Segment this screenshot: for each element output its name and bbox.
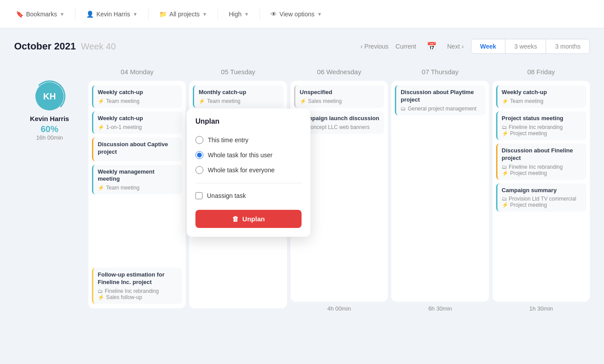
priority-label: High (229, 11, 241, 18)
task-meta: ⚡ 1-on-1 meeting (98, 124, 178, 130)
task-title: Follow-up estimation for Fineline Inc. p… (98, 271, 178, 286)
day-cards-friday: Weekly catch-up ⚡ Team meeting Project s… (493, 81, 590, 302)
current-label: Current (396, 43, 417, 50)
week-label: Week 40 (81, 42, 116, 51)
eye-icon: 👁 (271, 11, 277, 18)
task-meta: ⚡ Team meeting (98, 98, 178, 104)
task-meta: 🗂 Fineline Inc rebranding (98, 288, 178, 294)
radio-this-entry[interactable] (195, 136, 203, 144)
task-meta-text: Team meeting (106, 98, 139, 104)
task-meta: ⚡ Team meeting (199, 98, 279, 104)
next-icon: › (462, 43, 464, 50)
task-card[interactable]: Weekly management meeting ⚡ Team meeting (92, 165, 182, 195)
unplan-popup: Unplan This time entry Whole task for th… (187, 109, 310, 237)
user-btn[interactable]: 👤 Kevin Harris ▼ (81, 7, 143, 21)
task-title: Weekly catch-up (502, 89, 582, 96)
day-cards-thursday: Discussion about Playtime project 🗂 Gene… (391, 81, 489, 302)
day-header-thursday: 07 Thursday (391, 64, 489, 81)
task-meta-2: ⚡ Project meeting (502, 202, 582, 208)
user-name: Kevin Harris (30, 115, 69, 122)
user-percent: 60% (41, 124, 58, 134)
unassign-checkbox[interactable] (195, 192, 203, 199)
task-meta-text: Fineline Inc rebranding (105, 288, 159, 294)
day-header-monday: 04 Monday (88, 64, 186, 81)
page-title: October 2021 Week 40 (14, 41, 116, 52)
task-meta-text: Fineline Inc rebranding (509, 164, 563, 170)
task-card[interactable]: Discussion about Captive project (92, 137, 182, 161)
top-bar: 🔖 Bookmarks ▼ 👤 Kevin Harris ▼ 📁 All pro… (0, 0, 604, 28)
task-card[interactable]: Weekly catch-up ⚡ Team meeting (496, 85, 586, 108)
task-card-followup-monday[interactable]: Follow-up estimation for Fineline Inc. p… (92, 268, 182, 304)
folder-icon: 🗂 (502, 124, 507, 130)
week-view-btn[interactable]: Week (471, 39, 505, 53)
user-label: Kevin Harris (96, 11, 130, 18)
unplan-button[interactable]: 🗑 Unplan (195, 210, 302, 228)
task-meta-text: 1-on-1 meeting (106, 124, 142, 130)
task-card[interactable]: Project status meeting 🗂 Fineline Inc re… (496, 111, 586, 140)
task-meta-text-2: Project meeting (510, 202, 547, 208)
prev-icon: ‹ (360, 43, 363, 50)
task-title: Unspecified (300, 89, 380, 96)
task-card[interactable]: Weekly catch-up ⚡ Team meeting (92, 85, 182, 108)
task-meta-text: Team meeting (510, 98, 543, 104)
task-card[interactable]: Weekly catch-up ⚡ 1-on-1 meeting (92, 111, 182, 134)
task-meta-2: ⚡ Project meeting (502, 170, 582, 176)
task-title: Weekly catch-up (98, 89, 178, 96)
task-meta: ⚡ Sales meeting (300, 98, 380, 104)
task-meta-text: Team meeting (207, 98, 240, 104)
bookmarks-btn[interactable]: 🔖 Bookmarks ▼ (11, 7, 70, 21)
task-meta-text: General project management (408, 106, 476, 112)
previous-btn[interactable]: ‹ Previous (360, 43, 388, 50)
view-options-chevron: ▼ (317, 11, 322, 17)
task-meta-text: Team meeting (106, 185, 139, 191)
task-meta: 🗂 Provision Ltd TV commercial (502, 196, 582, 202)
view-options-btn[interactable]: 👁 View options ▼ (265, 7, 327, 21)
task-card-unspecified[interactable]: Unspecified ⚡ Sales meeting (294, 85, 384, 108)
task-card[interactable]: Campaign summary 🗂 Provision Ltd TV comm… (496, 183, 586, 212)
lightning-icon: ⚡ (502, 130, 508, 136)
folder-icon: 🗂 (502, 164, 507, 170)
radio-option-whole-user[interactable]: Whole task for this user (195, 148, 302, 163)
task-title: Monthly catch-up (199, 89, 279, 96)
bookmarks-label: Bookmarks (26, 11, 57, 18)
checkbox-unassign[interactable]: Unassign task (195, 189, 302, 203)
priority-btn[interactable]: High ▼ (223, 7, 254, 21)
lightning-icon: ⚡ (502, 170, 508, 176)
radio-option-whole-everyone[interactable]: Whole task for everyone (195, 163, 302, 178)
task-meta-2: ⚡ Sales follow-up (98, 294, 178, 300)
day-header-friday: 08 Friday (493, 64, 590, 81)
projects-btn[interactable]: 📁 All projects ▼ (154, 7, 212, 21)
radio-whole-everyone[interactable] (195, 166, 203, 174)
radio-option-this-entry[interactable]: This time entry (195, 133, 302, 148)
bookmark-icon: 🔖 (16, 11, 23, 18)
task-meta-text: Fineline Inc rebranding (509, 124, 563, 130)
radio-whole-user[interactable] (195, 151, 203, 159)
next-btn[interactable]: Next › (447, 43, 463, 50)
task-meta-text: Concept LLC web banners (307, 124, 370, 130)
trash-icon: 🗑 (232, 215, 239, 223)
task-title: Project status meeting (502, 115, 582, 122)
task-meta-text: Provision Ltd TV commercial (509, 196, 577, 202)
projects-label: All projects (169, 11, 199, 18)
header-nav: ‹ Previous Current 📅 Next › Week 3 weeks… (360, 39, 590, 54)
main-content: October 2021 Week 40 ‹ Previous Current … (0, 28, 604, 326)
three-weeks-view-btn[interactable]: 3 weeks (505, 39, 546, 53)
day-footer-tuesday (189, 308, 287, 315)
task-card[interactable]: Discussion about Playtime project 🗂 Gene… (395, 85, 485, 115)
lightning-icon: ⚡ (199, 98, 205, 104)
three-months-view-btn[interactable]: 3 months (546, 39, 589, 53)
task-card[interactable]: Monthly catch-up ⚡ Team meeting (193, 85, 283, 108)
next-label: Next (447, 43, 460, 50)
task-meta: 🗂 Fineline Inc rebranding (502, 124, 582, 130)
lightning-icon: ⚡ (98, 124, 104, 130)
view-options-label: View options (279, 11, 314, 18)
task-card[interactable]: Discussion about Fineline project 🗂 Fine… (496, 144, 586, 180)
avatar: KH (35, 82, 64, 110)
task-meta-text-2: Project meeting (510, 170, 547, 176)
current-btn[interactable]: Current (396, 43, 417, 50)
whole-everyone-label: Whole task for everyone (208, 167, 275, 174)
task-title: Discussion about Fineline project (502, 147, 582, 162)
month-label: October 2021 (14, 41, 76, 52)
task-meta: ⚡ Team meeting (98, 185, 178, 191)
calendar-btn[interactable]: 📅 (423, 40, 440, 53)
